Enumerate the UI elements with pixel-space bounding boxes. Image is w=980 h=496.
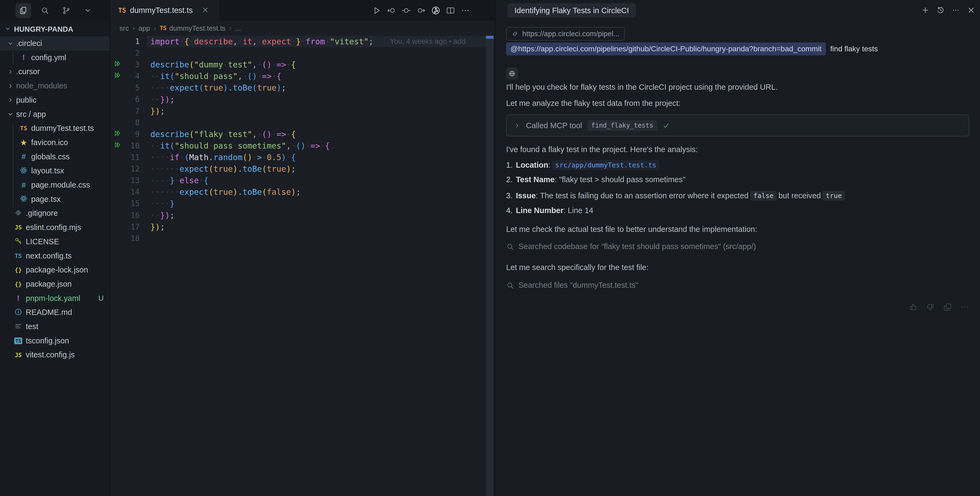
folder-label: src / app bbox=[16, 110, 46, 119]
tool-call-box[interactable]: Called MCP toolfind_flaky_tests bbox=[506, 115, 969, 137]
code-line-10[interactable]: 10··it("should·pass·sometimes",·()·=>·{ bbox=[110, 140, 486, 152]
key-file-icon bbox=[13, 236, 23, 246]
tree-item-dummytest-test-ts[interactable]: TSdummyTest.test.ts bbox=[0, 121, 110, 136]
search-status-text: Searched files "dummyTest.test.ts" bbox=[519, 281, 638, 290]
assistant-paragraph: Let me analyze the flaky test data from … bbox=[506, 98, 969, 108]
copy-icon[interactable] bbox=[943, 303, 952, 313]
more-icon[interactable] bbox=[960, 303, 969, 313]
code-line-14[interactable]: 14······expect(true).toBe(false); bbox=[110, 186, 486, 198]
file-label: package.json bbox=[26, 280, 72, 289]
tree-item-page-module-css[interactable]: #page.module.css bbox=[0, 178, 110, 192]
sidebar-divider[interactable] bbox=[110, 0, 110, 496]
thumbs-up-icon[interactable] bbox=[908, 303, 918, 313]
file-label: pnpm-lock.yaml bbox=[26, 294, 80, 303]
analysis-list-item: 3.Issue: The test is failing due to an a… bbox=[506, 191, 969, 201]
search-status-line[interactable]: Searched files "dummyTest.test.ts" bbox=[506, 281, 969, 290]
code-line-17[interactable]: 17}); bbox=[110, 221, 486, 233]
code-text: ··it("should·pass·sometimes",·()·=>·{ bbox=[150, 141, 330, 150]
file-label: favicon.ico bbox=[31, 138, 68, 147]
step-back-icon[interactable] bbox=[387, 6, 396, 15]
tree-item-next-config-ts[interactable]: TSnext.config.ts bbox=[0, 249, 110, 263]
tree-item-config-yml[interactable]: !config.yml bbox=[0, 51, 110, 65]
code-text: describe("flaky·test",·()·=>·{ bbox=[150, 129, 296, 139]
code-line-4[interactable]: 4··it("should·pass",·()·=>·{ bbox=[110, 70, 486, 82]
editor-pane: src›app›TS dummyTest.test.ts›... 1import… bbox=[110, 0, 495, 496]
title-bar: TS dummyTest.test.ts bbox=[0, 0, 495, 21]
tree-item-src-app[interactable]: src / app bbox=[0, 107, 110, 121]
search-status-line[interactable]: Searched codebase for "flaky test should… bbox=[506, 242, 969, 251]
tree-item-node-modules[interactable]: node_modules bbox=[0, 79, 110, 93]
play-icon[interactable] bbox=[372, 6, 381, 15]
context-pill[interactable]: https://app.circleci.com/pipel... bbox=[506, 27, 969, 41]
files-icon[interactable] bbox=[16, 3, 31, 18]
tree-item-package-json[interactable]: {}package.json bbox=[0, 277, 110, 291]
explorer-project-header[interactable]: HUNGRY-PANDA bbox=[0, 22, 110, 36]
code-text: import·{·describe,·it,·expect·}·from·"vi… bbox=[150, 37, 374, 46]
tree-item-page-tsx[interactable]: page.tsx bbox=[0, 192, 110, 206]
code-line-18[interactable]: 18 bbox=[110, 233, 486, 244]
tree-item-license[interactable]: LICENSE bbox=[0, 234, 110, 249]
list-text: : Line 14 bbox=[563, 206, 593, 215]
list-text: : The test is failing due to an assertio… bbox=[536, 191, 749, 200]
code-line-7[interactable]: 7}); bbox=[110, 105, 486, 117]
tree-item--cursor[interactable]: .cursor bbox=[0, 64, 110, 79]
line-number: 14 bbox=[110, 188, 140, 196]
step-over-icon[interactable] bbox=[402, 6, 411, 15]
step-into-icon[interactable] bbox=[417, 6, 426, 15]
file-label: config.yml bbox=[31, 53, 66, 62]
activity-bar bbox=[16, 0, 95, 21]
editor-toolbar bbox=[372, 0, 470, 21]
tree-item-public[interactable]: public bbox=[0, 93, 110, 107]
code-line-13[interactable]: 13····}·else·{ bbox=[110, 175, 486, 186]
tree-item-globals-css[interactable]: #globals.css bbox=[0, 150, 110, 164]
tree-item-test[interactable]: test bbox=[0, 319, 110, 334]
search-icon[interactable] bbox=[37, 3, 52, 18]
chevron-right-icon bbox=[7, 68, 14, 75]
chevron-right-icon[interactable] bbox=[514, 122, 520, 129]
code-line-15[interactable]: 15····} bbox=[110, 198, 486, 209]
tree-item-vitest-config-js[interactable]: JSvitest.config.js bbox=[0, 348, 110, 362]
chevron-down-icon[interactable] bbox=[80, 3, 95, 18]
thumbs-down-icon[interactable] bbox=[926, 303, 935, 313]
folder-label: .cursor bbox=[16, 67, 40, 76]
code-line-5[interactable]: 5····expect(true).toBe(true); bbox=[110, 82, 486, 94]
code-line-3[interactable]: 3describe("dummy·test",·()·=>·{ bbox=[110, 59, 486, 70]
tree-item-eslint-config-mjs[interactable]: JSeslint.config.mjs bbox=[0, 220, 110, 234]
user-message-link[interactable]: @https://app.circleci.com/pipelines/gith… bbox=[506, 43, 826, 55]
tab-close-icon[interactable] bbox=[202, 6, 209, 14]
tab-dummytest[interactable]: TS dummyTest.test.ts bbox=[110, 0, 219, 21]
code-line-11[interactable]: 11····if·(Math.random()·>·0.5)·{ bbox=[110, 152, 486, 163]
tree-item--gitignore[interactable]: .gitignore bbox=[0, 206, 110, 220]
file-path-link[interactable]: src/app/dummyTest.test.ts bbox=[552, 160, 659, 170]
search-icon bbox=[506, 281, 514, 289]
tree-item-favicon-ico[interactable]: ★favicon.ico bbox=[0, 136, 110, 150]
line-number: 18 bbox=[110, 234, 140, 243]
run-tests-icon[interactable] bbox=[431, 6, 440, 15]
code-line-2[interactable]: 2 bbox=[110, 47, 486, 59]
code-line-1[interactable]: 1import·{·describe,·it,·expect·}·from·"v… bbox=[110, 36, 486, 47]
source-control-icon[interactable] bbox=[59, 3, 74, 18]
code-line-9[interactable]: 9describe("flaky·test",·()·=>·{ bbox=[110, 128, 486, 140]
list-text: : "flaky test > should pass sometimes" bbox=[555, 175, 686, 184]
search-status-text: Searched codebase for "flaky test should… bbox=[519, 242, 756, 251]
ide-window: src›app›TS dummyTest.test.ts›... 1import… bbox=[0, 0, 980, 496]
code-area[interactable]: 1import·{·describe,·it,·expect·}·from·"v… bbox=[110, 0, 486, 496]
line-number: 1 bbox=[110, 37, 140, 46]
tree-item-layout-tsx[interactable]: layout.tsx bbox=[0, 164, 110, 178]
file-label: dummyTest.test.ts bbox=[31, 124, 94, 133]
tree-item-package-lock-json[interactable]: {}package-lock.json bbox=[0, 263, 110, 277]
code-line-16[interactable]: 16··}); bbox=[110, 210, 486, 221]
tree-item-tsconfig-json[interactable]: TStsconfig.json bbox=[0, 334, 110, 348]
tree-item--circleci[interactable]: .circleci bbox=[0, 36, 110, 51]
more-icon[interactable] bbox=[461, 6, 470, 15]
code-line-12[interactable]: 12······expect(true).toBe(true); bbox=[110, 163, 486, 175]
line-number: 12 bbox=[110, 164, 140, 173]
tree-item-readme-md[interactable]: README.md bbox=[0, 305, 110, 319]
editor-scrollbar[interactable] bbox=[486, 36, 493, 496]
code-line-8[interactable]: 8 bbox=[110, 117, 486, 128]
yaml-file-icon: ! bbox=[19, 53, 29, 62]
tree-item-pnpm-lock-yaml[interactable]: !pnpm-lock.yamlU bbox=[0, 291, 110, 306]
split-editor-icon[interactable] bbox=[446, 6, 455, 15]
code-line-6[interactable]: 6··}); bbox=[110, 94, 486, 105]
chevron-down-icon bbox=[7, 111, 14, 118]
